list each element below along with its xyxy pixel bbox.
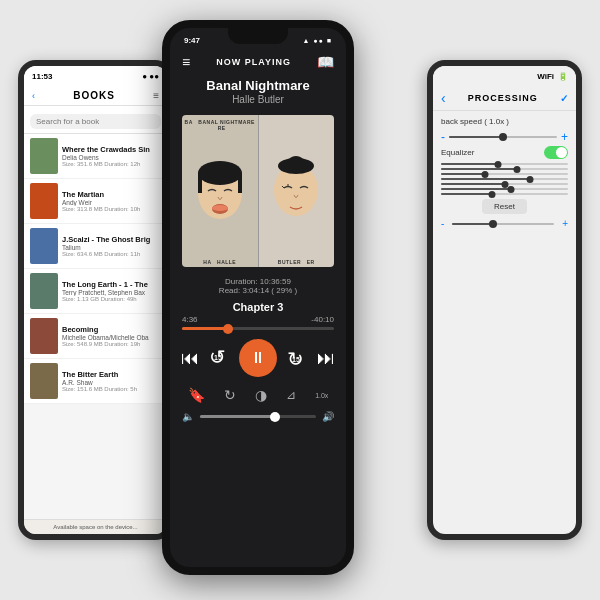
- back-button[interactable]: ‹: [32, 91, 35, 101]
- volume-track[interactable]: [200, 415, 316, 418]
- book-cover: [30, 363, 58, 399]
- book-meta: Size: 634.6 MB Duration: 11h: [62, 251, 161, 257]
- volume-thumb: [270, 412, 280, 422]
- face-illustration-left: [190, 155, 250, 235]
- skip-forward-button[interactable]: ⏭: [317, 348, 335, 369]
- speed-button[interactable]: 1.0x: [315, 392, 328, 399]
- eq-slider-track-5[interactable]: [441, 188, 568, 190]
- pause-button[interactable]: ⏸: [239, 339, 277, 377]
- bottom-plus-button[interactable]: +: [562, 218, 568, 229]
- bottom-slider-track[interactable]: [452, 223, 554, 225]
- skip-forward-icon: ⏭: [317, 348, 335, 369]
- svg-text:15: 15: [292, 356, 300, 363]
- svg-rect-3: [238, 173, 242, 193]
- read-text: Read: 3:04:14 ( 29% ): [170, 286, 346, 295]
- book-cover: [30, 138, 58, 174]
- right-back-icon[interactable]: ‹: [441, 90, 446, 106]
- eq-thumb-6: [488, 191, 495, 198]
- book-open-icon[interactable]: 📖: [317, 54, 334, 70]
- volume-row: 🔈 🔊: [170, 407, 346, 426]
- list-item[interactable]: The Long Earth - 1 - The Terry Pratchett…: [24, 269, 167, 314]
- skip-back-button[interactable]: ⏮: [181, 348, 199, 369]
- time-row: 4:36 -40:10: [170, 315, 346, 324]
- list-item[interactable]: The Martian Andy Weir Size: 313.8 MB Dur…: [24, 179, 167, 224]
- book-meta: Size: 151.6 MB Duration: 5h: [62, 386, 161, 392]
- speed-setting-label: back speed ( 1.0x ): [441, 117, 509, 126]
- list-item[interactable]: The Bitter Earth A.R. Shaw Size: 151.6 M…: [24, 359, 167, 404]
- equalizer-label: Equalizer: [441, 148, 474, 157]
- book-info: Becoming Michelle Obama/Michelle Oba Siz…: [62, 325, 161, 347]
- reset-button[interactable]: Reset: [482, 199, 527, 214]
- nav-bar: ≡ NOW PLAYING 📖: [170, 50, 346, 74]
- progress-fill: [182, 327, 228, 330]
- duration-info: Duration: 10:36:59 Read: 3:04:14 ( 29% ): [170, 273, 346, 297]
- face-left: [182, 133, 258, 257]
- left-status-icons: ● ●●: [142, 72, 159, 81]
- track-info: Banal Nightmare Halle Butler: [170, 74, 346, 109]
- eq-thumb-5: [507, 186, 514, 193]
- equalizer-toggle[interactable]: [544, 146, 568, 159]
- eq-slider-fill-6: [441, 193, 492, 195]
- book-title: The Bitter Earth: [62, 370, 161, 379]
- list-item[interactable]: Becoming Michelle Obama/Michelle Oba Siz…: [24, 314, 167, 359]
- book-author: Andy Weir: [62, 199, 161, 206]
- nav-menu-icon[interactable]: ≡: [182, 54, 190, 70]
- eq-slider-track-0[interactable]: [441, 163, 568, 165]
- eq-band-row[interactable]: [441, 188, 568, 190]
- face-right: [259, 127, 335, 257]
- eq-slider-track-1[interactable]: [441, 168, 568, 170]
- bottom-minus-button[interactable]: -: [441, 218, 444, 229]
- eq-slider-track-6[interactable]: [441, 193, 568, 195]
- book-list: Where the Crawdads Sin Delia Owens Size:…: [24, 134, 167, 404]
- list-item[interactable]: Where the Crawdads Sin Delia Owens Size:…: [24, 134, 167, 179]
- svg-rect-2: [198, 173, 202, 193]
- menu-icon[interactable]: ≡: [153, 90, 159, 101]
- rewind-icon: ↺ 15: [205, 342, 233, 375]
- progress-track: [182, 327, 334, 330]
- album-art: BA BANAL NIGHTMARE RE: [182, 115, 334, 267]
- book-author: A.R. Shaw: [62, 379, 161, 386]
- eq-band-row[interactable]: [441, 168, 568, 170]
- progress-bar-container[interactable]: [170, 324, 346, 333]
- eq-slider-track-4[interactable]: [441, 183, 568, 185]
- eq-slider-fill-3: [441, 178, 530, 180]
- left-time: 11:53: [32, 72, 52, 81]
- brightness-button[interactable]: ◑: [255, 387, 267, 403]
- speed-minus-button[interactable]: -: [441, 130, 445, 144]
- right-content: back speed ( 1.0x ) - + Equalizer: [433, 111, 576, 235]
- airplay-button[interactable]: ⊿: [286, 388, 296, 402]
- speed-slider-thumb: [499, 133, 507, 141]
- bookmark-button[interactable]: 🔖: [188, 387, 205, 403]
- eq-band-row[interactable]: [441, 183, 568, 185]
- book-info: The Martian Andy Weir Size: 313.8 MB Dur…: [62, 190, 161, 212]
- eq-slider-track-2[interactable]: [441, 173, 568, 175]
- forward-button[interactable]: ↻ 15: [283, 344, 311, 372]
- book-author: Talium: [62, 244, 161, 251]
- repeat-button[interactable]: ↻: [224, 387, 236, 403]
- eq-band-row[interactable]: [441, 173, 568, 175]
- left-phone: 11:53 ● ●● ‹ BOOKS ≡ Where the Crawdads …: [18, 60, 173, 540]
- notch: [228, 28, 288, 44]
- face-illustration-right: [266, 152, 326, 232]
- speed-plus-button[interactable]: +: [561, 130, 568, 144]
- center-phone: 9:47 ▲ ●● ■ ≡ NOW PLAYING 📖 Banal Nightm…: [162, 20, 354, 575]
- rewind-button[interactable]: ↺ 15: [205, 342, 233, 375]
- speed-slider-track[interactable]: [449, 136, 557, 138]
- eq-band-row[interactable]: [441, 163, 568, 165]
- repeat-icon: ↻: [224, 387, 236, 403]
- left-title: BOOKS: [73, 90, 115, 101]
- book-meta: Size: 313.8 MB Duration: 10h: [62, 206, 161, 212]
- speed-label: 1.0x: [315, 392, 328, 399]
- book-meta: Size: 1.13 GB Duration: 49h: [62, 296, 161, 302]
- eq-band-row[interactable]: [441, 193, 568, 195]
- center-time: 9:47: [184, 36, 200, 45]
- book-meta: Size: 351.6 MB Duration: 12h: [62, 161, 161, 167]
- search-input[interactable]: [30, 114, 161, 129]
- rewind-svg: ↺ 15: [205, 342, 233, 370]
- volume-high-icon: 🔊: [322, 411, 334, 422]
- list-item[interactable]: J.Scalzi - The Ghost Brig Talium Size: 6…: [24, 224, 167, 269]
- speed-slider-fill: [449, 136, 503, 138]
- right-check-icon[interactable]: ✓: [560, 93, 568, 104]
- right-status-bar: WiFi 🔋: [433, 66, 576, 86]
- book-title: The Long Earth - 1 - The: [62, 280, 161, 289]
